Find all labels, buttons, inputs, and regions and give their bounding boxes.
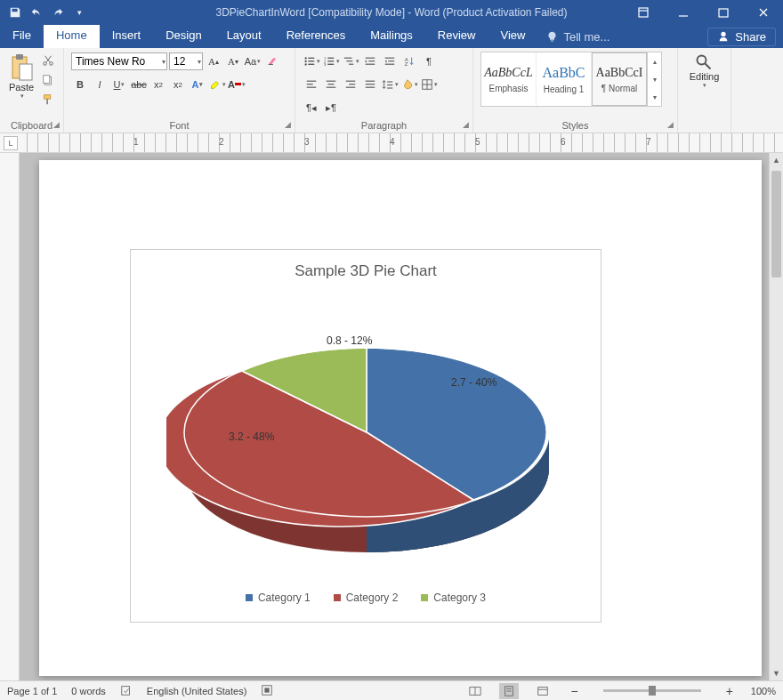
scroll-down-icon[interactable]: ▼ (770, 666, 783, 680)
ribbon-display-icon[interactable] (623, 0, 663, 25)
save-icon[interactable] (5, 3, 25, 22)
tab-home[interactable]: Home (44, 25, 100, 48)
svg-point-56 (698, 56, 706, 65)
align-right-icon[interactable] (342, 76, 359, 93)
minimize-icon[interactable] (663, 0, 703, 25)
ltr-text-direction-icon[interactable]: ¶◂ (303, 99, 320, 117)
group-font: ▾ ▾ A▴ A▾ Aa▾ B I U▾ abc x2 x2 A▾ ▾ (64, 48, 295, 133)
subscript-icon[interactable]: x2 (149, 76, 167, 93)
page-indicator[interactable]: Page 1 of 1 (7, 686, 57, 696)
line-spacing-icon[interactable]: ▾ (381, 76, 399, 93)
text-effects-icon[interactable]: A▾ (189, 76, 206, 93)
multilevel-list-icon[interactable]: ▾ (342, 52, 359, 70)
qat-customize-icon[interactable]: ▾ (69, 3, 89, 22)
share-button[interactable]: Share (707, 28, 776, 46)
tab-insert[interactable]: Insert (100, 25, 154, 48)
editing-button[interactable]: Editing ▾ (688, 52, 722, 91)
tab-selector[interactable]: L (4, 136, 18, 150)
zoom-level[interactable]: 100% (751, 686, 776, 696)
vertical-scrollbar[interactable]: ▲ ▼ (769, 153, 783, 680)
status-bar: Page 1 of 1 0 words English (United Stat… (0, 680, 783, 700)
grow-font-icon[interactable]: A▴ (205, 52, 222, 70)
change-case-icon[interactable]: Aa▾ (244, 52, 262, 70)
tell-me-search[interactable]: Tell me... (537, 25, 618, 48)
tab-layout[interactable]: Layout (214, 25, 274, 48)
zoom-in-button[interactable]: + (722, 684, 737, 698)
numbering-icon[interactable]: 123▾ (322, 52, 340, 70)
svg-rect-32 (366, 64, 375, 65)
superscript-icon[interactable]: x2 (169, 76, 187, 93)
font-name-combo[interactable]: ▾ (71, 52, 167, 70)
vertical-ruler[interactable] (0, 153, 20, 680)
font-color-icon[interactable]: A▾ (228, 76, 246, 93)
macro-status-icon[interactable] (261, 684, 273, 698)
bold-icon[interactable]: B (71, 76, 89, 93)
close-icon[interactable] (743, 0, 783, 25)
title-bar: ▾ 3DPieChartInWord [Compatibility Mode] … (0, 0, 783, 25)
paragraph-launcher-icon[interactable]: ◢ (463, 120, 469, 129)
font-size-combo[interactable]: ▾ (169, 52, 203, 70)
spell-check-status[interactable] (120, 684, 133, 698)
word-count[interactable]: 0 words (71, 686, 106, 696)
scrollbar-thumb[interactable] (771, 171, 781, 278)
styles-launcher-icon[interactable]: ◢ (667, 120, 674, 129)
scroll-up-icon[interactable]: ▲ (770, 153, 783, 167)
maximize-icon[interactable] (703, 0, 743, 25)
svg-rect-29 (349, 64, 353, 65)
group-label-paragraph: Paragraph◢ (303, 118, 465, 131)
styles-gallery-expand[interactable]: ▴▾▾ (647, 52, 661, 106)
align-center-icon[interactable] (322, 76, 340, 93)
borders-icon[interactable]: ▾ (420, 76, 438, 93)
read-mode-icon[interactable] (465, 683, 485, 699)
justify-icon[interactable] (361, 76, 379, 93)
sort-icon[interactable]: AZ (400, 52, 418, 70)
svg-rect-45 (349, 84, 355, 84)
italic-icon[interactable]: I (91, 76, 109, 93)
svg-rect-44 (346, 81, 356, 82)
clear-formatting-icon[interactable] (263, 52, 281, 70)
strikethrough-icon[interactable]: abc (130, 76, 148, 93)
paste-button[interactable]: Paste ▾ (7, 52, 36, 101)
chart-object[interactable]: Sample 3D Pie Chart (130, 249, 601, 623)
styles-gallery[interactable]: AaBbCcL Emphasis AaBbC Heading 1 AaBbCcI… (480, 52, 662, 107)
shrink-font-icon[interactable]: A▾ (224, 52, 242, 70)
undo-icon[interactable] (27, 3, 46, 22)
clipboard-launcher-icon[interactable]: ◢ (53, 120, 60, 129)
bullets-icon[interactable]: ▾ (303, 52, 320, 70)
copy-icon[interactable] (39, 71, 57, 89)
format-painter-icon[interactable] (39, 91, 57, 109)
document-page[interactable]: Sample 3D Pie Chart (39, 160, 762, 676)
rtl-text-direction-icon[interactable]: ▸¶ (322, 99, 340, 117)
tab-references[interactable]: References (274, 25, 358, 48)
tab-mailings[interactable]: Mailings (358, 25, 425, 48)
svg-rect-40 (307, 87, 317, 88)
zoom-slider-knob[interactable] (649, 686, 656, 696)
zoom-slider[interactable] (603, 689, 701, 692)
align-left-icon[interactable] (303, 76, 320, 93)
ribbon: Paste ▾ Clipboard◢ ▾ ▾ A▴ (0, 48, 783, 133)
tab-review[interactable]: Review (425, 25, 488, 48)
svg-rect-13 (44, 95, 51, 99)
show-marks-icon[interactable]: ¶ (420, 52, 438, 70)
web-layout-icon[interactable] (533, 683, 553, 699)
zoom-out-button[interactable]: − (567, 684, 581, 698)
find-icon (695, 53, 713, 71)
print-layout-icon[interactable] (499, 683, 519, 699)
font-launcher-icon[interactable]: ◢ (285, 120, 291, 129)
cut-icon[interactable] (39, 52, 57, 69)
horizontal-ruler[interactable]: L 1 2 3 4 5 6 7 (0, 133, 783, 153)
shading-icon[interactable]: ▾ (400, 76, 418, 93)
tab-file[interactable]: File (0, 25, 44, 48)
style-emphasis[interactable]: AaBbCcL Emphasis (481, 52, 537, 106)
tab-design[interactable]: Design (153, 25, 214, 48)
svg-rect-34 (388, 60, 394, 61)
increase-indent-icon[interactable] (381, 52, 399, 70)
decrease-indent-icon[interactable] (361, 52, 379, 70)
style-heading-1[interactable]: AaBbC Heading 1 (537, 52, 592, 106)
language-indicator[interactable]: English (United States) (147, 686, 247, 696)
style-normal[interactable]: AaBbCcI ¶ Normal (592, 52, 647, 106)
underline-icon[interactable]: U▾ (110, 76, 128, 93)
tab-view[interactable]: View (488, 25, 537, 48)
highlight-icon[interactable]: ▾ (208, 76, 226, 93)
redo-icon[interactable] (48, 3, 68, 22)
